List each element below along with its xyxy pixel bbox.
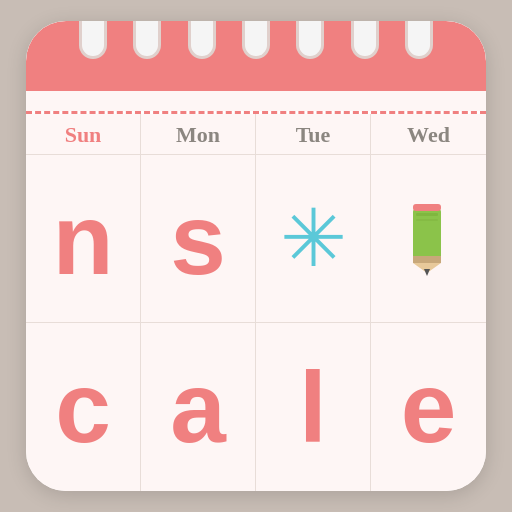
calendar-cell-e[interactable]: e <box>371 323 486 491</box>
calendar-cell-c[interactable]: c <box>26 323 141 491</box>
calendar-cell-s[interactable]: s <box>141 155 256 323</box>
letter-c: c <box>55 357 111 457</box>
letter-s: s <box>170 189 226 289</box>
calendar-grid: n s ✳ <box>26 155 486 491</box>
calendar-cell-l[interactable]: l <box>256 323 371 491</box>
svg-rect-1 <box>416 213 438 216</box>
day-headers-row: Sun Mon Tue Wed <box>26 114 486 154</box>
svg-rect-3 <box>413 256 441 263</box>
app-header <box>26 21 486 111</box>
letter-n: n <box>52 189 113 289</box>
svg-rect-0 <box>413 209 441 261</box>
letter-l: l <box>299 357 327 457</box>
day-header-wed: Wed <box>371 114 486 154</box>
day-header-tue: Tue <box>256 114 371 154</box>
calendar-cell-n[interactable]: n <box>26 155 141 323</box>
letter-a: a <box>170 357 226 457</box>
calendar-cell-a[interactable]: a <box>141 323 256 491</box>
pencil-icon <box>401 201 456 276</box>
svg-rect-2 <box>416 219 438 221</box>
day-header-mon: Mon <box>141 114 256 154</box>
calendar-cell-asterisk[interactable]: ✳ <box>256 155 371 323</box>
spiral-tab <box>188 21 216 59</box>
spiral-tab <box>79 21 107 59</box>
asterisk-icon: ✳ <box>280 199 347 279</box>
spiral-tab <box>242 21 270 59</box>
spiral-tab <box>296 21 324 59</box>
svg-marker-5 <box>424 269 430 276</box>
calendar-cell-pencil[interactable] <box>371 155 486 323</box>
header-bottom <box>26 91 486 111</box>
spiral-tabs <box>26 21 486 59</box>
spiral-tab <box>351 21 379 59</box>
day-header-sun: Sun <box>26 114 141 154</box>
letter-e: e <box>401 357 457 457</box>
app-container: Sun Mon Tue Wed n s ✳ <box>26 21 486 491</box>
svg-rect-6 <box>413 204 441 211</box>
spiral-tab <box>405 21 433 59</box>
spiral-tab <box>133 21 161 59</box>
